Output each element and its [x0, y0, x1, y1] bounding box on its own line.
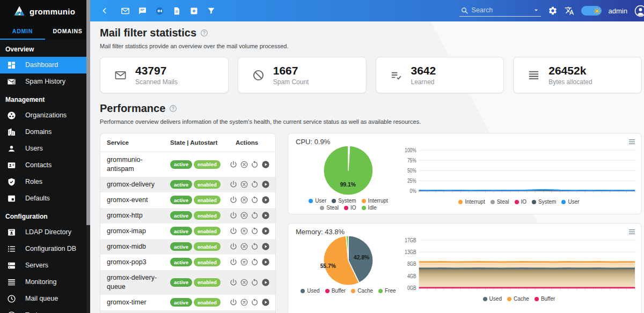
service-row: grommunio-antispamactiveenabled	[100, 152, 275, 177]
legend-item-buffer[interactable]: Buffer	[325, 288, 346, 294]
stop-button[interactable]	[240, 278, 248, 287]
power-button[interactable]	[229, 211, 238, 220]
restart-button[interactable]	[251, 278, 259, 287]
power-button[interactable]	[229, 278, 238, 287]
organizations-icon	[7, 111, 16, 120]
start-button[interactable]	[261, 242, 270, 251]
sidebar-item-dashboard[interactable]: Dashboard	[0, 57, 90, 73]
legend-item-buffer[interactable]: Buffer	[535, 296, 555, 302]
power-button[interactable]	[229, 227, 238, 235]
stop-button[interactable]	[240, 196, 248, 204]
avatar[interactable]	[634, 5, 644, 17]
chat-icon[interactable]	[138, 6, 147, 16]
sidebar-item-roles[interactable]: Roles	[0, 174, 90, 190]
legend-item-idle[interactable]: Idle	[362, 205, 377, 211]
sidebar-item-label: Configuration DB	[25, 245, 76, 253]
chevron-left-icon[interactable]	[101, 7, 108, 14]
legend-label: Steal	[326, 205, 339, 211]
files-icon[interactable]	[172, 6, 181, 16]
legend-item-steal[interactable]: Steal	[491, 199, 509, 205]
meet-icon[interactable]	[155, 6, 164, 16]
start-button[interactable]	[261, 180, 270, 189]
stop-button[interactable]	[240, 298, 248, 307]
sidebar-item-servers[interactable]: Servers	[0, 257, 90, 274]
mail-icon[interactable]	[121, 6, 130, 16]
sidebar-item-defaults[interactable]: Defaults	[0, 190, 90, 207]
power-button[interactable]	[229, 298, 238, 307]
sidebar-item-contacts[interactable]: Contacts	[0, 157, 90, 174]
legend-item-io[interactable]: IO	[515, 199, 527, 205]
stop-button[interactable]	[240, 180, 248, 189]
restart-button[interactable]	[251, 227, 259, 235]
restart-button[interactable]	[251, 298, 259, 307]
legend-item-used[interactable]: Used	[483, 296, 502, 302]
legend-item-steal[interactable]: Steal	[320, 205, 339, 211]
mailqueue-icon	[7, 294, 16, 303]
legend-item-interrupt[interactable]: Interrupt	[458, 199, 485, 205]
legend-item-user[interactable]: User	[561, 199, 579, 205]
theme-toggle[interactable]	[581, 6, 602, 16]
tab-admin[interactable]: ADMIN	[0, 22, 45, 40]
stop-button[interactable]	[240, 227, 248, 235]
restart-button[interactable]	[251, 160, 259, 169]
legend-item-system[interactable]: System	[332, 198, 356, 204]
search-input[interactable]	[472, 6, 529, 14]
chart-menu-icon[interactable]	[628, 228, 636, 236]
sidebar-item-domains[interactable]: Domains	[0, 124, 90, 140]
tab-domains[interactable]: DOMAINS	[45, 22, 90, 40]
archive-icon[interactable]	[189, 6, 199, 16]
legend-item-interrupt[interactable]: Interrupt	[362, 198, 388, 204]
legend-item-io[interactable]: IO	[344, 205, 356, 211]
stop-button[interactable]	[240, 242, 248, 251]
power-button[interactable]	[229, 258, 238, 266]
sidebar-item-mail-queue[interactable]: Mail queue	[0, 290, 90, 307]
legend-item-cache[interactable]: Cache	[351, 288, 373, 294]
legend-item-free[interactable]: Free	[378, 288, 396, 294]
service-actions	[224, 196, 270, 204]
start-button[interactable]	[261, 196, 270, 204]
power-button[interactable]	[229, 242, 238, 251]
start-button[interactable]	[261, 227, 270, 235]
restart-button[interactable]	[251, 258, 259, 266]
sidebar-item-spam-history[interactable]: Spam History	[0, 73, 90, 90]
state-autostart-badges: activeenabled	[170, 278, 224, 287]
service-row: gromox-zcoreactiveenabled	[100, 310, 275, 313]
restart-button[interactable]	[251, 242, 259, 251]
stop-button[interactable]	[240, 211, 248, 220]
filter-icon[interactable]	[207, 6, 216, 16]
help-icon[interactable]	[169, 105, 177, 113]
sidebar-item-ldap-directory[interactable]: LDAP Directory	[0, 224, 90, 241]
settings-gear-icon[interactable]	[548, 6, 558, 16]
restart-button[interactable]	[251, 180, 259, 189]
start-button[interactable]	[261, 160, 270, 169]
restart-button[interactable]	[251, 211, 259, 220]
legend-item-system[interactable]: System	[532, 199, 556, 205]
sidebar-item-monitoring[interactable]: Monitoring	[0, 274, 90, 290]
translate-icon[interactable]	[565, 6, 574, 16]
power-button[interactable]	[229, 180, 238, 189]
legend-item-used[interactable]: Used	[301, 288, 319, 294]
start-button[interactable]	[261, 258, 270, 266]
sidebar-item-task-queue[interactable]: Task queue	[0, 307, 90, 313]
search-caret-icon[interactable]	[532, 6, 540, 14]
stop-button[interactable]	[240, 258, 248, 266]
start-button[interactable]	[261, 211, 270, 220]
legend-item-cache[interactable]: Cache	[507, 296, 529, 302]
start-button[interactable]	[261, 278, 270, 287]
sidebar-item-configuration-db[interactable]: Configuration DB	[0, 241, 90, 257]
power-button[interactable]	[229, 160, 238, 169]
app-window: grommunio ADMIN DOMAINS OverviewDashboar…	[0, 0, 644, 313]
service-actions	[224, 227, 270, 235]
brand-logo[interactable]: grommunio	[0, 0, 90, 22]
sidebar-item-organizations[interactable]: Organizations	[0, 107, 90, 124]
start-button[interactable]	[261, 298, 270, 307]
help-icon[interactable]	[200, 29, 208, 37]
chart-menu-icon[interactable]	[628, 138, 636, 146]
state-autostart-badges: activeenabled	[170, 258, 224, 266]
stop-button[interactable]	[240, 160, 248, 169]
power-button[interactable]	[229, 196, 238, 204]
legend-item-user[interactable]: User	[309, 198, 326, 204]
sidebar-scrollbar-thumb[interactable]	[86, 0, 90, 225]
restart-button[interactable]	[251, 196, 259, 204]
sidebar-item-users[interactable]: Users	[0, 140, 90, 157]
